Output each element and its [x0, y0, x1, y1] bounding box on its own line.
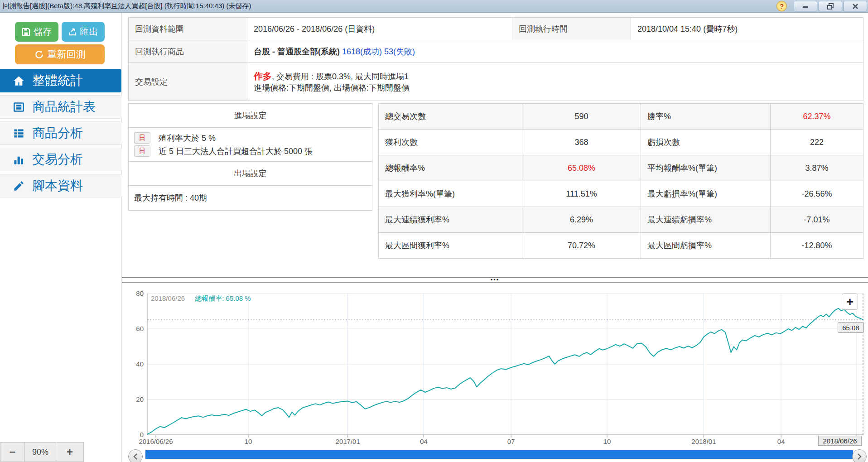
stat-value: 3.87% — [771, 155, 863, 181]
equity-curve-line — [147, 308, 863, 434]
x-tick-label: 2017/01 — [336, 438, 360, 445]
x-tick-label: 2016/06/26 — [139, 438, 173, 445]
help-button[interactable]: ? — [776, 1, 787, 11]
table-icon — [13, 101, 25, 113]
zoom-out-button[interactable]: − — [0, 442, 25, 462]
chevron-right-icon — [857, 453, 862, 460]
stat-label: 最大連續虧損率% — [641, 207, 771, 233]
restore-icon — [827, 3, 834, 10]
sidebar: 儲存 匯出 重新回測 整體統計商品統計表商品分析交易分析腳本資料 − 90% + — [0, 13, 121, 462]
stat-value: 65.08% — [522, 155, 641, 181]
stats-row-0: 總交易次數590勝率%62.37% — [379, 104, 863, 130]
minimize-icon — [802, 3, 809, 10]
export-button[interactable]: 匯出 — [62, 22, 105, 42]
sidebar-item-label: 整體統計 — [32, 72, 83, 89]
refresh-icon — [34, 50, 44, 59]
stat-label: 總報酬率% — [379, 155, 522, 181]
range-value: 2016/06/26 - 2018/06/26 (日資料) — [247, 18, 512, 40]
exec-time-label: 回測執行時間 — [512, 18, 631, 40]
condition-text: 殖利率大於 5 % — [159, 133, 216, 144]
rerun-backtest-button[interactable]: 重新回測 — [15, 44, 105, 64]
condition-text: 近 5 日三大法人合計買超合計大於 5000 張 — [159, 146, 313, 157]
annotation-series-label: 總報酬率: — [195, 294, 224, 302]
report-content: 回測資料範圍 2016/06/26 - 2018/06/26 (日資料) 回測執… — [122, 13, 868, 462]
stat-value: 222 — [771, 130, 863, 155]
stat-label: 最大區間虧損率% — [641, 233, 771, 259]
stats-row-3: 最大獲利率%(單筆)111.51%最大虧損率%(單筆)-26.56% — [379, 181, 863, 207]
sidebar-item-label: 商品統計表 — [32, 98, 96, 116]
entry-settings-header: 進場設定 — [129, 104, 372, 128]
y-tick-label: 80 — [128, 289, 144, 297]
stats-row-4: 最大連續獲利率%6.29%最大連續虧損率%-7.01% — [379, 207, 863, 233]
x-tick-label: 2018/01 — [691, 438, 716, 445]
trade-line1: , 交易費用 : 股票0.3%, 最大同時進場1 — [272, 72, 409, 81]
x-tick-label: 10 — [603, 438, 611, 445]
marker-value-label: 65.08 — [838, 322, 864, 333]
pencil-icon — [13, 180, 25, 192]
stat-label: 勝率% — [641, 104, 771, 130]
trade-direction: 作多 — [254, 71, 272, 81]
list-icon — [13, 127, 25, 140]
y-tick-label: 60 — [128, 325, 144, 332]
stat-label: 平均報酬率%(單筆) — [641, 155, 771, 181]
stat-value: 6.29% — [522, 207, 641, 233]
stats-row-2: 總報酬率%65.08%平均報酬率%(單筆)3.87% — [379, 155, 863, 181]
annotation-value: 65.08 % — [226, 294, 251, 302]
rerun-label: 重新回測 — [48, 48, 86, 61]
save-button[interactable]: 儲存 — [15, 22, 58, 42]
page-zoom-control: − 90% + — [0, 442, 84, 462]
sidebar-item-2[interactable]: 商品分析 — [0, 121, 121, 145]
trade-settings-cell: 作多, 交易費用 : 股票0.3%, 最大同時進場1 進場價格:下期開盤價, 出… — [247, 63, 863, 101]
stat-value: -7.01% — [771, 207, 863, 233]
product-result-link[interactable]: 1618(成功) 53(失敗) — [342, 47, 415, 56]
entry-condition-0: 日殖利率大於 5 % — [134, 132, 366, 144]
save-label: 儲存 — [34, 26, 52, 38]
product-value: 台股 - 普通股全部(系統) — [254, 47, 340, 56]
close-button[interactable] — [844, 1, 867, 11]
strategy-settings-table: 進場設定 日殖利率大於 5 %日近 5 日三大法人合計買超合計大於 5000 張… — [128, 103, 372, 211]
stat-label: 最大獲利率%(單筆) — [379, 181, 522, 207]
x-tick-label: 04 — [777, 438, 785, 445]
bar-chart-icon — [13, 154, 25, 166]
scrollbar-thumb[interactable] — [145, 450, 853, 459]
stat-label: 最大區間獲利率% — [379, 233, 522, 259]
x-tick-label: 04 — [420, 438, 428, 445]
entry-condition-1: 日近 5 日三大法人合計買超合計大於 5000 張 — [134, 145, 366, 157]
minimize-button[interactable] — [794, 1, 817, 11]
export-label: 匯出 — [80, 26, 98, 38]
export-icon — [68, 28, 77, 36]
scroll-left-button[interactable] — [128, 449, 143, 462]
trade-settings-label: 交易設定 — [129, 63, 247, 101]
chart-horizontal-scrollbar — [122, 449, 868, 462]
sidebar-item-1[interactable]: 商品統計表 — [0, 95, 121, 119]
y-tick-label: 20 — [128, 395, 144, 403]
exit-settings-header: 出場設定 — [129, 162, 372, 186]
frequency-badge: 日 — [134, 145, 150, 157]
product-cell: 台股 - 普通股全部(系統) 1618(成功) 53(失敗) — [247, 40, 863, 63]
frequency-badge: 日 — [134, 132, 150, 144]
window-titlebar: 回測報告[選股](Beta版):48.高殖利率且法人買超[台股] (執行時間:1… — [0, 0, 868, 13]
chart-plot-area — [147, 292, 863, 439]
sidebar-item-label: 交易分析 — [32, 151, 83, 168]
scroll-right-button[interactable] — [852, 449, 867, 462]
window-controls: ? — [776, 1, 867, 11]
restore-button[interactable] — [819, 1, 842, 11]
stat-label: 最大虧損率%(單筆) — [641, 181, 771, 207]
crosshair-date-label: 2018/06/26 — [818, 436, 862, 446]
entry-conditions: 日殖利率大於 5 %日近 5 日三大法人合計買超合計大於 5000 張 — [129, 128, 372, 162]
chart-zoom-in-button[interactable]: + — [842, 294, 858, 310]
zoom-in-button[interactable]: + — [56, 442, 84, 462]
sidebar-item-label: 腳本資料 — [32, 177, 83, 194]
sidebar-item-4[interactable]: 腳本資料 — [0, 174, 121, 197]
sidebar-item-0[interactable]: 整體統計 — [0, 69, 121, 92]
sidebar-item-label: 商品分析 — [32, 125, 83, 142]
panel-splitter[interactable]: ••• — [122, 277, 868, 283]
sidebar-item-3[interactable]: 交易分析 — [0, 148, 121, 171]
statistics-table: 總交易次數590勝率%62.37%獲利次數368虧損次數222總報酬率%65.0… — [378, 103, 863, 259]
stats-row-5: 最大區間獲利率%70.72%最大區間虧損率%-12.80% — [379, 233, 863, 259]
close-icon — [852, 3, 858, 10]
sidebar-menu: 整體統計商品統計表商品分析交易分析腳本資料 — [0, 69, 121, 200]
chevron-left-icon — [133, 453, 138, 460]
backtest-info-table: 回測資料範圍 2016/06/26 - 2018/06/26 (日資料) 回測執… — [128, 17, 863, 101]
range-label: 回測資料範圍 — [129, 18, 247, 40]
